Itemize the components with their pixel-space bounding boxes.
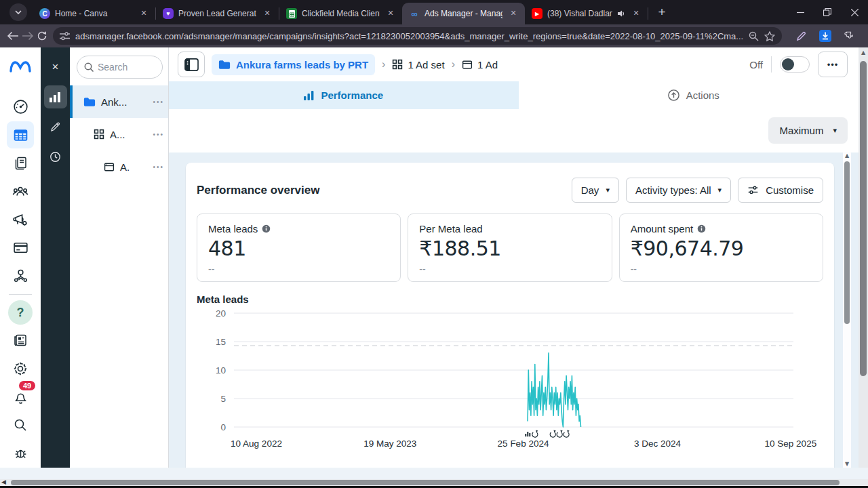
nav-overview-gauge-icon[interactable] (7, 94, 34, 120)
report-bug-icon[interactable] (7, 440, 34, 466)
meta-logo[interactable] (9, 60, 32, 75)
close-tab-icon[interactable]: × (384, 7, 397, 20)
more-options-button[interactable]: ••• (818, 52, 848, 77)
reload-button[interactable] (37, 26, 47, 45)
download-extension-icon[interactable] (816, 26, 835, 45)
notifications-bell-icon[interactable]: 49 (7, 384, 34, 410)
close-tab-icon[interactable]: × (261, 7, 273, 20)
tab-search-button[interactable] (9, 3, 27, 21)
metric-value: ₹90,674.79 (631, 237, 812, 260)
tree-item-label: Ank... (101, 96, 127, 108)
breadcrumb-campaign[interactable]: Ankura farms leads by PRT (212, 54, 375, 75)
breadcrumb-separator: › (382, 58, 385, 70)
help-button[interactable]: ? (7, 299, 34, 325)
tree-item-ad[interactable]: A. ••• (70, 150, 168, 183)
tree-search-box[interactable] (77, 56, 163, 79)
minimize-button[interactable] (787, 0, 814, 24)
nav-billing-card-icon[interactable] (7, 234, 34, 260)
svg-text:10 Sep 2025: 10 Sep 2025 (765, 439, 817, 449)
ad-frame-icon (104, 162, 115, 172)
customise-button[interactable]: Customise (738, 178, 823, 203)
new-tab-button[interactable]: + (654, 5, 670, 20)
chart-bars-icon[interactable] (44, 85, 67, 108)
horizontal-scrollbar[interactable]: ◀ (0, 479, 868, 486)
toggle-state-label: Off (749, 59, 763, 70)
maximum-dropdown[interactable]: Maximum ▾ (768, 117, 848, 144)
search-icon (84, 62, 94, 72)
scroll-down-icon[interactable]: ▼ (843, 461, 851, 467)
tab-actions[interactable]: Actions (519, 81, 868, 109)
browser-tab-canva[interactable]: C Home - Canva × (33, 3, 155, 24)
customise-label: Customise (766, 184, 814, 196)
scroll-left-icon[interactable]: ◀ (1, 479, 6, 485)
close-tab-icon[interactable]: × (138, 7, 150, 20)
horizontal-scrollbar-thumb[interactable] (11, 480, 840, 485)
address-bar[interactable]: adsmanager.facebook.com/adsmanager/manag… (53, 27, 782, 45)
adset-grid-icon (392, 59, 403, 70)
activity-types-dropdown[interactable]: Activity types: All ▾ (626, 178, 731, 203)
close-icon[interactable]: × (44, 56, 67, 79)
tab-performance[interactable]: Performance (169, 81, 519, 109)
scrollbar-thumb[interactable] (844, 161, 850, 324)
ad-status-toggle[interactable] (780, 56, 810, 73)
restore-button[interactable] (814, 0, 841, 24)
svg-text:5: 5 (220, 394, 226, 404)
settings-gear-icon[interactable] (7, 355, 34, 382)
zoom-page-icon[interactable] (749, 31, 759, 41)
browser-tab-article[interactable]: ♥ Proven Lead Generation Strateg × (156, 3, 279, 24)
info-icon[interactable] (262, 224, 271, 233)
browser-scrollbar[interactable]: ▲ (859, 47, 868, 479)
scroll-up-icon[interactable]: ▲ (843, 152, 851, 159)
history-clock-icon[interactable] (44, 145, 67, 168)
extensions-puzzle-icon[interactable] (840, 26, 859, 45)
row-menu-icon[interactable]: ••• (153, 98, 164, 106)
metric-value: 481 (208, 237, 389, 260)
close-tab-icon[interactable]: × (630, 7, 642, 20)
nav-terms-newspaper-icon[interactable] (7, 327, 34, 354)
url-text[interactable]: adsmanager.facebook.com/adsmanager/manag… (75, 31, 743, 41)
content-scrollbar[interactable]: ▲ ▼ (843, 152, 851, 468)
close-tab-icon[interactable]: × (507, 7, 519, 20)
collapse-panel-button[interactable] (178, 52, 205, 77)
breadcrumb-adset[interactable]: 1 Ad set (392, 59, 444, 70)
breadcrumb-campaign-label: Ankura farms leads by PRT (236, 59, 368, 70)
nav-campaigns-table-icon[interactable] (7, 121, 34, 148)
rail-search-icon[interactable] (7, 411, 34, 438)
row-menu-icon[interactable]: ••• (153, 131, 164, 138)
tab-title: Ads Manager - Manage ads - C (425, 9, 502, 18)
browser-tab-ads-manager[interactable]: ∞ Ads Manager - Manage ads - C × (402, 3, 525, 24)
tab-separator (648, 7, 648, 20)
close-window-button[interactable] (841, 0, 868, 24)
info-icon[interactable] (697, 224, 706, 233)
browser-tab-strip: C Home - Canva × ♥ Proven Lead Generatio… (0, 0, 868, 24)
actions-arrow-icon (667, 89, 680, 102)
scroll-up-icon[interactable]: ▲ (859, 49, 867, 56)
tree-item-campaign[interactable]: Ank... ••• (70, 85, 168, 118)
site-settings-icon[interactable] (60, 32, 70, 41)
breadcrumb-ad[interactable]: 1 Ad (462, 59, 498, 70)
svg-text:0: 0 (220, 422, 226, 432)
nav-ads-megaphone-icon[interactable] (7, 206, 34, 232)
tab-title: Clickfield Media Clients - Goog (302, 9, 380, 18)
search-input[interactable] (98, 62, 151, 73)
forward-button[interactable] (22, 26, 34, 45)
metric-label: Meta leads (208, 223, 258, 235)
browser-tab-sheets[interactable]: Clickfield Media Clients - Goog × (279, 3, 402, 24)
tab-title: (38) Vishal Dadlani - Brothe (547, 9, 612, 18)
nav-business-org-icon[interactable] (7, 262, 34, 289)
day-dropdown[interactable]: Day ▾ (572, 178, 619, 203)
back-button[interactable] (7, 26, 19, 45)
row-menu-icon[interactable]: ••• (153, 163, 164, 171)
browser-tab-youtube[interactable]: ▶ (38) Vishal Dadlani - Brothe × (525, 3, 648, 24)
tree-item-adset[interactable]: A... ••• (70, 118, 168, 150)
bookmark-star-icon[interactable] (764, 31, 775, 41)
browser-scrollbar-thumb[interactable] (860, 61, 867, 376)
nav-audiences-people-icon[interactable] (7, 178, 34, 204)
edit-pencil-icon[interactable] (44, 115, 67, 138)
breadcrumb-header: Ankura farms leads by PRT › 1 Ad set › 1… (169, 47, 868, 81)
chevron-down-icon: ▾ (833, 126, 837, 135)
pen-extension-icon[interactable] (791, 26, 810, 45)
nav-content-pages-icon[interactable] (7, 150, 34, 176)
metric-sub: -- (631, 264, 812, 274)
breadcrumb-adset-label: 1 Ad set (408, 59, 444, 70)
